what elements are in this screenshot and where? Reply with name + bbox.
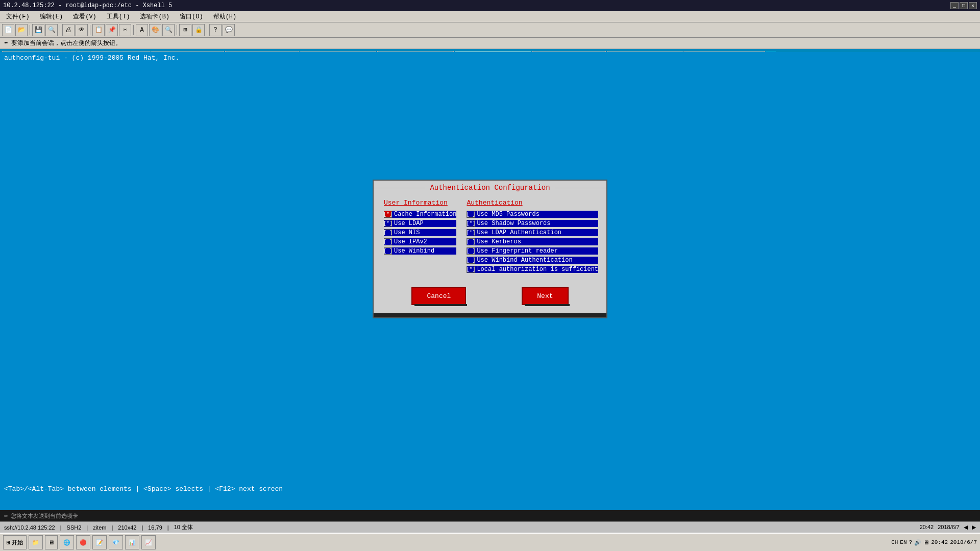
next-button[interactable]: Next (522, 287, 568, 305)
title-line-left (374, 188, 425, 188)
menu-tools[interactable]: 工具(T) (103, 11, 134, 22)
status-input-text: 您将文本发送到当前选项卡 (11, 512, 78, 520)
status-encoding: SSH2 (67, 524, 82, 531)
tb-lock[interactable]: 🔒 (192, 24, 205, 36)
tb-info[interactable]: 💬 (223, 24, 235, 36)
menu-view[interactable]: 查看(V) (69, 11, 101, 22)
checkbox-md5[interactable]: [ ] Use MD5 Passwords (467, 211, 598, 218)
taskbar-graph-btn[interactable]: 📈 (141, 535, 156, 549)
menu-edit[interactable]: 编辑(E) (36, 11, 67, 22)
tb-sep3 (90, 25, 90, 35)
cb-nis-label: Use NIS (394, 229, 420, 236)
tb-paste[interactable]: 📌 (106, 24, 118, 36)
hint-icon: ⬅ (4, 39, 8, 47)
taskbar-chart-btn[interactable]: 📊 (125, 535, 139, 549)
checkbox-local-auth[interactable]: [*] Local authorization is sufficient (467, 266, 598, 273)
taskbar-right: CH EN ? 🔊 🖥 20:42 2018/6/7 (891, 539, 977, 546)
cb-local-auth-label: Local authorization is sufficient (477, 266, 598, 273)
cb-cache-info-box: [*] (384, 211, 392, 218)
tb-sep4 (133, 25, 134, 35)
hint-bar: ⬅ 要添加当前会话，点击左侧的箭头按钮。 (0, 38, 980, 49)
status-input-icon: ⌨ (4, 513, 8, 519)
maximize-button[interactable]: □ (960, 2, 968, 9)
close-button[interactable]: ✕ (969, 2, 977, 9)
auth-column: Authentication [ ] Use MD5 Passwords [*]… (467, 199, 598, 275)
cb-kerberos-label: Use Kerberos (477, 238, 521, 245)
checkbox-use-ldap[interactable]: [*] Use LDAP (384, 220, 456, 227)
minimize-button[interactable]: _ (950, 2, 959, 9)
tb-font[interactable]: A (136, 24, 148, 36)
cb-ipav2-label: Use IPAv2 (394, 238, 427, 245)
checkbox-kerberos[interactable]: [ ] Use Kerberos (467, 238, 598, 245)
taskbar-browser-btn[interactable]: 🌐 (60, 535, 74, 549)
title-bar-controls: _ □ ✕ (950, 2, 977, 9)
tb-color[interactable]: 🎨 (149, 24, 161, 36)
tb-resize[interactable]: ⊞ (179, 24, 191, 36)
menu-file[interactable]: 文件(F) (2, 11, 34, 22)
tray-help[interactable]: ? (909, 539, 913, 545)
red-icon: 🔴 (80, 539, 87, 546)
tb-new[interactable]: 📄 (2, 24, 14, 36)
tb-help[interactable]: ? (209, 24, 222, 36)
cb-ldap-auth-box: [*] (467, 229, 475, 236)
menu-help[interactable]: 帮助(H) (209, 11, 241, 22)
status-nav-right[interactable]: ▶ (972, 524, 976, 531)
tb-sep1 (30, 25, 30, 35)
dialog-body: User Information [*] Cache Information [… (374, 194, 606, 283)
start-button[interactable]: ⊞ 开始 (3, 535, 27, 549)
tb-saveas[interactable]: 🔍 (45, 24, 58, 36)
start-label: 开始 (12, 539, 23, 546)
tb-copy[interactable]: 📋 (92, 24, 105, 36)
status-session: ssh://10.2.48.125:22 (4, 524, 55, 531)
checkbox-shadow[interactable]: [*] Use Shadow Passwords (467, 220, 598, 227)
tray-display[interactable]: 🖥 (923, 539, 929, 546)
cb-winbind-auth-box: [ ] (467, 257, 475, 264)
taskbar-note-btn[interactable]: 📝 (92, 535, 107, 549)
cb-kerberos-box: [ ] (467, 238, 475, 245)
status-time: 20:42 (920, 524, 934, 531)
checkbox-cache-info[interactable]: [*] Cache Information (384, 211, 456, 218)
checkbox-fingerprint[interactable]: [ ] Use Fingerprint reader (467, 247, 598, 255)
checkbox-use-nis[interactable]: [ ] Use NIS (384, 229, 456, 236)
authentication-config-dialog: Authentication Configuration User Inform… (373, 180, 607, 318)
taskbar-monitor-btn[interactable]: 🖥 (45, 535, 58, 549)
cb-md5-box: [ ] (467, 211, 475, 218)
cancel-button[interactable]: Cancel (411, 287, 466, 305)
taskbar-red-btn[interactable]: 🔴 (76, 535, 90, 549)
status-zitem: zitem (93, 524, 106, 531)
tb-find[interactable]: 🔍 (162, 24, 175, 36)
tb-preview[interactable]: 👁 (76, 24, 88, 36)
cb-winbind-auth-label: Use Winbind Authentication (477, 257, 572, 264)
checkbox-ldap-auth[interactable]: [*] Use LDAP Authentication (467, 229, 598, 236)
checkbox-winbind-auth[interactable]: [ ] Use Winbind Authentication (467, 257, 598, 264)
cb-fingerprint-box: [ ] (467, 247, 475, 255)
checkbox-use-winbind[interactable]: [ ] Use Winbind (384, 247, 456, 255)
tb-cut[interactable]: ✂ (119, 24, 131, 36)
menu-tabs[interactable]: 选项卡(B) (136, 11, 174, 22)
terminal-area[interactable]: authconfig-tui - (c) 1999-2005 Red Hat, … (0, 52, 980, 551)
taskbar-file-btn[interactable]: 📁 (29, 535, 43, 549)
status-nav-left[interactable]: ◀ (964, 524, 968, 531)
taskbar-gem-btn[interactable]: 💎 (109, 535, 123, 549)
cb-ldap-box: [*] (384, 220, 392, 227)
status-other: 10 全体 (174, 523, 193, 531)
tb-save[interactable]: 💾 (32, 24, 44, 36)
title-bar: 10.2.48.125:22 - root@ldap-pdc:/etc - Xs… (0, 0, 980, 11)
status-date: 2018/6/7 (938, 524, 960, 531)
browser-icon: 🌐 (63, 539, 70, 546)
tray-volume[interactable]: 🔊 (914, 539, 921, 546)
cb-ipav2-box: [ ] (384, 238, 392, 245)
menu-bar: 文件(F) 编辑(E) 查看(V) 工具(T) 选项卡(B) 窗口(O) 帮助(… (0, 11, 980, 22)
user-info-column: User Information [*] Cache Information [… (384, 199, 456, 275)
note-icon: 📝 (96, 539, 103, 546)
status-sep3: | (111, 524, 113, 531)
tb-print[interactable]: 🖨 (62, 24, 75, 36)
menu-window[interactable]: 窗口(O) (176, 11, 207, 22)
file-icon: 📁 (32, 539, 39, 546)
tb-open[interactable]: 📂 (15, 24, 28, 36)
status-coords: 210x42 (118, 524, 136, 531)
checkbox-use-ipav2[interactable]: [ ] Use IPAv2 (384, 238, 456, 245)
dialog-container: Authentication Configuration User Inform… (373, 180, 607, 318)
cb-cache-info-label: Cache Information (394, 211, 456, 218)
hint-text: 要添加当前会话，点击左侧的箭头按钮。 (11, 39, 121, 47)
